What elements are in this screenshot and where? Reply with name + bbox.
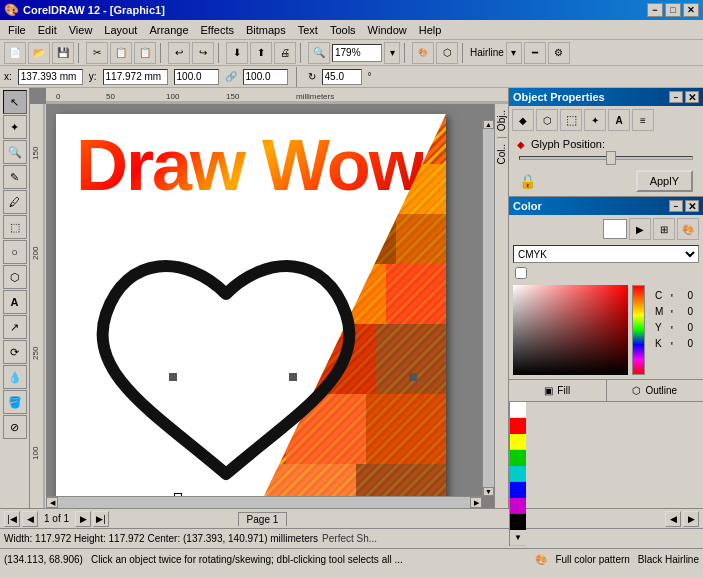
y-input[interactable]: 117.972 mm [103,69,168,85]
page-tab[interactable]: Page 1 [238,512,288,526]
line-style-dropdown[interactable]: ▾ [506,42,522,64]
menu-help[interactable]: Help [413,22,448,38]
obj-properties-label[interactable]: Obj.. [494,108,508,133]
paste-button[interactable]: 📋 [134,42,156,64]
shape-tool[interactable]: ✦ [3,115,27,139]
scroll-up-button[interactable]: ▲ [483,120,494,129]
h-input[interactable]: 100.0 [243,69,288,85]
connector-tool[interactable]: ↗ [3,315,27,339]
scroll-down-button[interactable]: ▼ [483,487,494,496]
color-mixer-btn[interactable]: 🎨 [677,218,699,240]
fill-button[interactable]: ▣ Fill [509,380,607,401]
export-button[interactable]: ⬆ [250,42,272,64]
scroll-right-button[interactable]: ▶ [470,497,482,508]
menu-bitmaps[interactable]: Bitmaps [240,22,292,38]
line-width-button[interactable]: ━ [524,42,546,64]
page-scroll-left[interactable]: ◀ [665,511,681,527]
zoom-tool[interactable]: 🔍 [3,140,27,164]
close-button[interactable]: ✕ [683,3,699,17]
obj-effects-btn[interactable]: ✦ [584,109,606,131]
zoom-input[interactable]: 179% [332,44,382,62]
freehand-tool[interactable]: ✎ [3,165,27,189]
select-tool[interactable]: ↖ [3,90,27,114]
m-track[interactable] [671,310,673,313]
hue-bar[interactable] [632,285,645,375]
maximize-button[interactable]: □ [665,3,681,17]
cmyk-checkbox[interactable] [515,267,527,279]
import-button[interactable]: ⬇ [226,42,248,64]
outline-button[interactable]: ⬡ Outline [607,380,704,401]
eyedropper-tool[interactable]: 💧 [3,365,27,389]
polygon-tool[interactable]: ⬡ [3,265,27,289]
obj-char-btn[interactable]: A [608,109,630,131]
drawing-area[interactable]: Draw Wow [46,104,494,508]
palette-red[interactable] [510,418,526,434]
palette-yellow[interactable] [510,434,526,450]
palette-scroll-down[interactable]: ▼ [510,530,526,546]
c-track[interactable] [671,294,673,297]
scroll-h-track[interactable] [58,497,470,508]
scroll-v-track[interactable] [483,129,494,487]
menu-effects[interactable]: Effects [195,22,240,38]
y-track[interactable] [671,326,673,329]
page-scroll-right[interactable]: ▶ [683,511,699,527]
undo-button[interactable]: ↩ [168,42,190,64]
page-last-button[interactable]: ▶| [93,511,109,527]
open-button[interactable]: 📂 [28,42,50,64]
minimize-button[interactable]: − [647,3,663,17]
blend-tool[interactable]: ⟳ [3,340,27,364]
color-gradient[interactable] [513,285,628,375]
obj-transform-btn[interactable]: ⬚ [560,109,582,131]
color-label[interactable]: Col.. [494,142,508,167]
ellipse-tool[interactable]: ○ [3,240,27,264]
interactive-tool[interactable]: ⊘ [3,415,27,439]
palette-blue[interactable] [510,482,526,498]
redo-button[interactable]: ↪ [192,42,214,64]
glyph-slider-track[interactable] [519,156,693,160]
white-swatch[interactable] [603,219,627,239]
obj-prop-close[interactable]: ✕ [685,91,699,103]
rectangle-tool[interactable]: ⬚ [3,215,27,239]
menu-window[interactable]: Window [362,22,413,38]
outline-button[interactable]: ⬡ [436,42,458,64]
menu-edit[interactable]: Edit [32,22,63,38]
menu-text[interactable]: Text [292,22,324,38]
x-input[interactable]: 137.393 mm [18,69,83,85]
color-panel-minimize[interactable]: − [669,200,683,212]
palette-cyan[interactable] [510,466,526,482]
color-grid-btn[interactable]: ⊞ [653,218,675,240]
k-track[interactable] [671,342,673,345]
angle-input[interactable]: 45.0 [322,69,362,85]
menu-layout[interactable]: Layout [98,22,143,38]
glyph-slider-thumb[interactable] [606,151,616,165]
menu-file[interactable]: File [2,22,32,38]
obj-fill-btn[interactable]: ◆ [512,109,534,131]
color-options-btn[interactable]: ▶ [629,218,651,240]
zoom-out-button[interactable]: 🔍 [308,42,330,64]
menu-arrange[interactable]: Arrange [143,22,194,38]
cut-button[interactable]: ✂ [86,42,108,64]
page-prev-button[interactable]: ◀ [22,511,38,527]
palette-magenta[interactable] [510,498,526,514]
vertical-scrollbar[interactable]: ▲ ▼ [482,120,494,496]
obj-prop-minimize[interactable]: − [669,91,683,103]
w-input[interactable]: 100.0 [174,69,219,85]
color-mode-select[interactable]: CMYK [513,245,699,263]
palette-black[interactable] [510,514,526,530]
palette-green[interactable] [510,450,526,466]
obj-para-btn[interactable]: ≡ [632,109,654,131]
copy-button[interactable]: 📋 [110,42,132,64]
horizontal-scrollbar[interactable]: ◀ ▶ [46,496,482,508]
obj-stroke-btn[interactable]: ⬡ [536,109,558,131]
page-next-button[interactable]: ▶ [75,511,91,527]
color-panel-close[interactable]: ✕ [685,200,699,212]
fill-color-button[interactable]: 🎨 [412,42,434,64]
zoom-in-button[interactable]: ▾ [384,42,400,64]
save-button[interactable]: 💾 [52,42,74,64]
scroll-left-button[interactable]: ◀ [46,497,58,508]
page-first-button[interactable]: |◀ [4,511,20,527]
menu-view[interactable]: View [63,22,99,38]
new-button[interactable]: 📄 [4,42,26,64]
apply-button[interactable]: ApplY [636,170,693,192]
print-button[interactable]: 🖨 [274,42,296,64]
